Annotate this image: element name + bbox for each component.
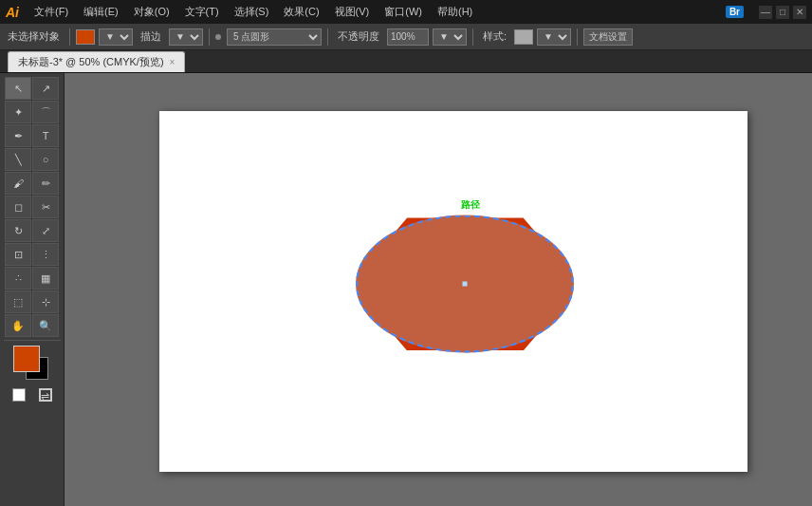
tool-row-1: ↖ ↗ [5, 77, 59, 100]
style-swatch[interactable] [514, 29, 533, 45]
center-anchor-point [463, 282, 468, 287]
scissors-tool-button[interactable]: ✂ [32, 196, 59, 218]
toolbox-divider [4, 340, 61, 341]
toolbar-divider-4 [472, 28, 473, 46]
maximize-button[interactable]: □ [776, 6, 789, 19]
tool-row-5: 🖌 ✏ [5, 172, 59, 195]
text-tool-button[interactable]: T [32, 124, 59, 147]
canvas-document: 路径 [159, 111, 747, 472]
swap-colors-icon[interactable]: ⇌ [39, 388, 52, 402]
menu-help[interactable]: 帮助(H) [434, 5, 476, 19]
artboard-tool-button[interactable]: ⬚ [5, 290, 31, 313]
tabbar: 未标题-3* @ 50% (CMYK/预览) × [0, 50, 812, 73]
tool-row-2: ✦ ⌒ [5, 101, 59, 123]
line-tool-button[interactable]: ╲ [5, 148, 31, 171]
opacity-input[interactable] [387, 28, 429, 46]
status-label: 未选择对象 [4, 29, 64, 44]
brush-select[interactable]: 5 点圆形 [227, 28, 322, 46]
spray-tool-button[interactable]: ∴ [5, 267, 31, 290]
menu-edit[interactable]: 编辑(E) [80, 5, 122, 19]
menu-window[interactable]: 窗口(W) [380, 5, 426, 19]
ellipse-tool-button[interactable]: ○ [32, 148, 59, 171]
document-tab[interactable]: 未标题-3* @ 50% (CMYK/预览) × [8, 51, 185, 72]
menu-file[interactable]: 文件(F) [30, 5, 72, 19]
window-controls: — □ ✕ [759, 6, 806, 19]
foreground-color-swatch[interactable] [13, 346, 40, 372]
stroke-label: 描边 [137, 29, 165, 44]
tool-row-6: ◻ ✂ [5, 196, 59, 218]
fill-select[interactable]: ▼ [99, 28, 133, 46]
anchor-label: 路径 [461, 198, 480, 212]
toolbox: ↖ ↗ ✦ ⌒ ✒ T ╲ ○ 🖌 ✏ ◻ ✂ ↻ ⤢ ⊡ ⋮ [0, 73, 65, 506]
blob-brush-tool-button[interactable]: ✏ [32, 172, 59, 195]
toolbar-divider-2 [209, 28, 210, 46]
fill-swatch[interactable] [76, 29, 95, 45]
pen-tool-button[interactable]: ✒ [5, 124, 31, 147]
graph-tool-button[interactable]: ▦ [32, 267, 59, 290]
tool-row-3: ✒ T [5, 124, 59, 147]
toolbar-divider-5 [577, 28, 578, 46]
puppet-tool-button[interactable]: ⋮ [32, 243, 59, 266]
bridge-badge[interactable]: Br [726, 6, 744, 18]
brush-tool-button[interactable]: 🖌 [5, 172, 31, 195]
tool-row-10: ⬚ ⊹ [5, 290, 59, 313]
small-icons-row: ⇌ [12, 388, 52, 402]
color-swatches [9, 346, 56, 385]
tool-row-8: ⊡ ⋮ [5, 243, 59, 266]
opacity-select[interactable]: ▼ [433, 28, 467, 46]
rotate-tool-button[interactable]: ↻ [5, 219, 31, 242]
menu-select[interactable]: 选择(S) [231, 5, 273, 19]
style-label: 样式: [479, 29, 510, 44]
none-fill-icon[interactable] [12, 388, 26, 402]
transform-tool-button[interactable]: ⊡ [5, 243, 31, 266]
menu-object[interactable]: 对象(O) [130, 5, 174, 19]
menu-effect[interactable]: 效果(C) [280, 5, 323, 19]
close-button[interactable]: ✕ [793, 6, 806, 19]
hand-tool-button[interactable]: ✋ [5, 314, 31, 337]
stroke-select[interactable]: ▼ [169, 28, 203, 46]
lasso-tool-button[interactable]: ⌒ [32, 101, 59, 123]
toolbar-divider-3 [327, 28, 328, 46]
tool-row-11: ✋ 🔍 [5, 314, 59, 337]
opacity-label: 不透明度 [334, 29, 383, 44]
select-tool-button[interactable]: ↖ [5, 77, 31, 100]
tab-title: 未标题-3* @ 50% (CMYK/预览) [18, 55, 164, 69]
tool-row-4: ╲ ○ [5, 148, 59, 171]
magic-wand-tool-button[interactable]: ✦ [5, 101, 31, 123]
app-logo: Ai [6, 5, 19, 20]
tab-close-button[interactable]: × [170, 57, 175, 67]
tool-row-7: ↻ ⤢ [5, 219, 59, 242]
scale-tool-button[interactable]: ⤢ [32, 219, 59, 242]
titlebar: Ai 文件(F) 编辑(E) 对象(O) 文字(T) 选择(S) 效果(C) 视… [0, 0, 812, 24]
zoom-tool-button[interactable]: 🔍 [32, 314, 59, 337]
direct-select-tool-button[interactable]: ↗ [32, 77, 59, 100]
style-select[interactable]: ▼ [537, 28, 571, 46]
menu-view[interactable]: 视图(V) [331, 5, 374, 19]
menu-text[interactable]: 文字(T) [181, 5, 223, 19]
dot-indicator [215, 34, 221, 40]
main-area: ↖ ↗ ✦ ⌒ ✒ T ╲ ○ 🖌 ✏ ◻ ✂ ↻ ⤢ ⊡ ⋮ [0, 73, 812, 506]
eraser-tool-button[interactable]: ◻ [5, 196, 31, 218]
slice-tool-button[interactable]: ⊹ [32, 290, 59, 313]
toolbar-divider-1 [69, 28, 70, 46]
minimize-button[interactable]: — [759, 6, 772, 19]
toolbar: 未选择对象 ▼ 描边 ▼ 5 点圆形 不透明度 ▼ 样式: ▼ 文档设置 [0, 24, 812, 50]
canvas-area[interactable]: 路径 [65, 73, 812, 506]
tool-row-9: ∴ ▦ [5, 267, 59, 290]
doc-settings-button[interactable]: 文档设置 [583, 28, 633, 46]
